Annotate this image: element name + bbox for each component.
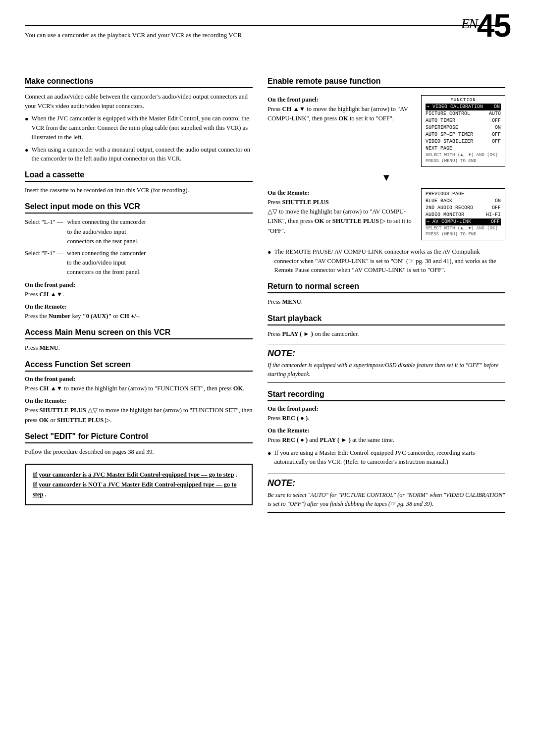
menu-row-video-stab: VIDEO STABILIZEROFF bbox=[426, 138, 501, 145]
start-recording-title: Start recording bbox=[268, 390, 505, 401]
function-set-remote-body: Press SHUTTLE PLUS △▽ to move the highli… bbox=[25, 406, 253, 425]
menu-box-1-header: FUNCTION bbox=[426, 98, 501, 103]
menu-row-footer-2: SELECT WITH (▲, ▼) AND (OK) bbox=[426, 225, 501, 232]
menu-row-next-page: NEXT PAGE bbox=[426, 145, 501, 152]
menu-row-audio-monitor: AUDIO MONITORHI-FI bbox=[426, 212, 501, 218]
top-rule bbox=[25, 25, 510, 26]
bullet-dot-remote-pause: ● bbox=[268, 248, 271, 257]
menu-row-picture-ctrl: PICTURE CONTROLAUTO bbox=[426, 110, 501, 117]
menu-row-footer-1b: PRESS (MENU) TO END bbox=[426, 158, 501, 164]
note-playback: NOTE: If the camcorder is equipped with … bbox=[268, 344, 505, 383]
access-main-menu-title: Access Main Menu screen on this VCR bbox=[25, 328, 253, 339]
section-select-input-mode: Select input mode on this VCR Select "L-… bbox=[25, 202, 253, 321]
start-recording-front-label: On the front panel: bbox=[268, 405, 505, 413]
arrow-down: ▼ bbox=[268, 172, 505, 183]
select-edit-title: Select "EDIT" for Picture Control bbox=[25, 432, 253, 443]
remote-pause-remote-body: Press SHUTTLE PLUS△▽ to move the highlig… bbox=[268, 198, 413, 236]
bullet-dot: ● bbox=[25, 114, 29, 124]
section-access-function-set: Access Function Set screen On the front … bbox=[25, 360, 253, 425]
make-connections-body: Connect an audio/video cable between the… bbox=[25, 92, 253, 111]
load-cassette-title: Load a cassette bbox=[25, 170, 253, 182]
start-playback-body: Press PLAY ( ► ) on the camcorder. bbox=[268, 329, 505, 339]
note-playback-body: If the camcorder is equipped with a supe… bbox=[268, 361, 505, 378]
note-recording: NOTE: Be sure to select "AUTO" for "PICT… bbox=[268, 474, 505, 513]
page-number: 45 bbox=[477, 8, 510, 44]
make-connections-bullet-1: ● When the JVC camcorder is equipped wit… bbox=[25, 114, 253, 142]
select-input-front-label: On the front panel: bbox=[25, 281, 253, 289]
note-recording-title: NOTE: bbox=[268, 478, 505, 488]
step-box: If your camcorder is a JVC Master Edit C… bbox=[25, 464, 253, 505]
select-edit-body: Follow the procedure described on pages … bbox=[25, 447, 253, 457]
select-input-remote-label: On the Remote: bbox=[25, 303, 253, 311]
page: EN45 You can use a camcorder as the play… bbox=[0, 0, 535, 756]
function-set-remote-label: On the Remote: bbox=[25, 397, 253, 405]
menu-row-superimpose: SUPERIMPOSEON bbox=[426, 124, 501, 131]
access-main-menu-body: Press MENU. bbox=[25, 343, 253, 353]
note-playback-title: NOTE: bbox=[268, 348, 505, 359]
remote-pause-front-row: On the front panel: Press CH ▲▼ to move … bbox=[268, 92, 505, 170]
remote-pause-front-label: On the front panel: bbox=[268, 96, 413, 104]
return-normal-screen-title: Return to normal screen bbox=[268, 282, 505, 293]
note-recording-body: Be sure to select "AUTO" for "PICTURE CO… bbox=[268, 490, 505, 508]
remote-pause-remote-row: On the Remote: Press SHUTTLE PLUS△▽ to m… bbox=[268, 185, 505, 243]
select-input-mode-title: Select input mode on this VCR bbox=[25, 202, 253, 214]
select-input-mode-body: Select "L-1" — when connecting the camco… bbox=[25, 217, 253, 277]
section-start-recording: Start recording On the front panel: Pres… bbox=[268, 390, 505, 467]
left-column: Make connections Connect an audio/video … bbox=[25, 70, 253, 518]
intro-text: You can use a camcorder as the playback … bbox=[25, 30, 510, 40]
menu-row-video-cal: ⇒ VIDEO CALIBRATIONON bbox=[426, 104, 501, 110]
load-cassette-body: Insert the cassette to be recorded on in… bbox=[25, 186, 253, 195]
bullet-dot-recording: ● bbox=[268, 449, 271, 458]
make-connections-bullet-2: ● When using a camcorder with a monaural… bbox=[25, 145, 253, 164]
start-recording-bullet: ● If you are using a Master Edit Control… bbox=[268, 448, 505, 467]
menu-row-prev-page: PREVIOUS PAGE bbox=[426, 191, 501, 198]
select-input-front-body: Press CH ▲▼. bbox=[25, 290, 253, 299]
right-column: Enable remote pause function On the fron… bbox=[268, 70, 505, 518]
menu-row-av-compu-link: ⇒ AV COMPU-LINKOFF bbox=[426, 218, 501, 225]
remote-pause-front-body: Press CH ▲▼ to move the highlight bar (a… bbox=[268, 105, 413, 124]
menu-row-footer-1: SELECT WITH (▲, ▼) AND (OK) bbox=[426, 152, 501, 159]
section-return-normal-screen: Return to normal screen Press MENU. bbox=[268, 282, 505, 307]
remote-pause-bullet: ● The REMOTE PAUSE/ AV COMPU-LINK connec… bbox=[268, 247, 505, 275]
make-connections-title: Make connections bbox=[25, 77, 253, 88]
access-function-set-title: Access Function Set screen bbox=[25, 360, 253, 372]
en-label: EN bbox=[461, 16, 477, 31]
function-set-front-body: Press CH ▲▼ to move the highlight bar (a… bbox=[25, 384, 253, 393]
page-header: EN45 bbox=[461, 10, 510, 42]
section-make-connections: Make connections Connect an audio/video … bbox=[25, 77, 253, 164]
section-select-edit: Select "EDIT" for Picture Control Follow… bbox=[25, 432, 253, 457]
select-input-remote-body: Press the Number key "0 (AUX)" or CH +/–… bbox=[25, 312, 253, 321]
step-box-line-1: If your camcorder is a JVC Master Edit C… bbox=[33, 470, 245, 480]
start-recording-remote-body: Press REC ( ● ) and PLAY ( ► ) at the sa… bbox=[268, 435, 505, 445]
menu-row-auto-timer: AUTO TIMEROFF bbox=[426, 117, 501, 124]
section-load-cassette: Load a cassette Insert the cassette to b… bbox=[25, 170, 253, 195]
start-playback-title: Start playback bbox=[268, 314, 505, 325]
main-columns: Make connections Connect an audio/video … bbox=[25, 70, 510, 518]
menu-row-footer-2b: PRESS (MENU) TO END bbox=[426, 231, 501, 238]
return-normal-screen-body: Press MENU. bbox=[268, 297, 505, 307]
section-start-playback: Start playback Press PLAY ( ► ) on the c… bbox=[268, 314, 505, 339]
function-set-front-label: On the front panel: bbox=[25, 376, 253, 383]
enable-remote-pause-title: Enable remote pause function bbox=[268, 77, 505, 88]
step-box-line-2: If your camcorder is NOT a JVC Master Ed… bbox=[33, 480, 245, 499]
section-access-main-menu: Access Main Menu screen on this VCR Pres… bbox=[25, 328, 253, 353]
section-enable-remote-pause: Enable remote pause function On the fron… bbox=[268, 77, 505, 275]
menu-row-blue-back: BLUE BACKON bbox=[426, 198, 501, 205]
start-recording-remote-label: On the Remote: bbox=[268, 427, 505, 434]
menu-box-2: PREVIOUS PAGE BLUE BACKON 2ND AUDIO RECO… bbox=[421, 188, 505, 240]
bullet-dot-2: ● bbox=[25, 146, 29, 155]
remote-pause-remote-label: On the Remote: bbox=[268, 189, 413, 197]
start-recording-front-body: Press REC ( ● ). bbox=[268, 414, 505, 423]
menu-box-1: FUNCTION ⇒ VIDEO CALIBRATIONON PICTURE C… bbox=[421, 95, 505, 167]
menu-row-auto-sp-ep: AUTO SP→EP TIMEROFF bbox=[426, 131, 501, 138]
menu-row-2nd-audio: 2ND AUDIO RECORDOFF bbox=[426, 205, 501, 212]
